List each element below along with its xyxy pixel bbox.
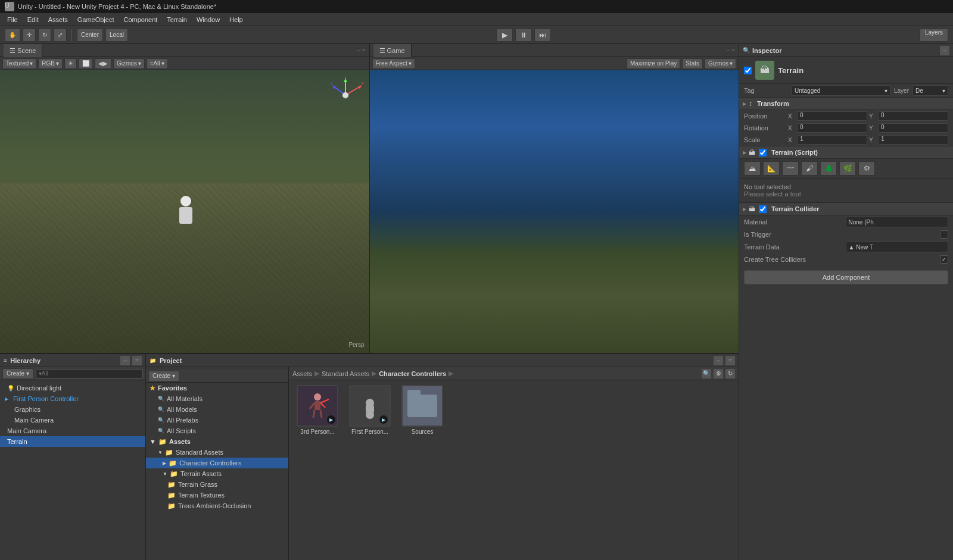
hierarchy-expand[interactable]: = <box>132 356 142 365</box>
project-title: Project <box>160 357 182 364</box>
scene-character <box>177 196 195 226</box>
menu-window[interactable]: Window <box>192 13 225 26</box>
add-component-button[interactable]: Add Component <box>744 270 948 284</box>
terrain-collider-component[interactable]: ▶ 🏔 Terrain Collider <box>739 202 953 215</box>
filter-icon-btn[interactable]: ⚙ <box>714 369 723 378</box>
breadcrumb-assets[interactable]: Assets <box>292 370 312 377</box>
rgb-btn[interactable]: RGB ▾ <box>38 58 63 69</box>
fav-all-prefabs[interactable]: 🔍 All Prefabs <box>146 415 288 426</box>
terrain-raise-btn[interactable]: ⛰ <box>744 161 761 176</box>
step-button[interactable]: ⏭ <box>534 29 551 42</box>
terrain-settings-btn[interactable]: ⚙ <box>858 161 875 176</box>
trees-ambient-item[interactable]: 📁 Trees Ambient-Occlusion <box>146 500 288 511</box>
game-tab[interactable]: ☰ Game <box>373 44 412 57</box>
scale-x[interactable]: 1 <box>797 135 867 145</box>
layers-button[interactable]: Layers <box>920 29 948 42</box>
asset-sources[interactable]: Sources <box>398 385 446 435</box>
transform-component[interactable]: ▶ ↕ Transform <box>739 97 953 110</box>
rot-y[interactable]: 0 <box>878 123 948 133</box>
hier-first-person[interactable]: ▶ First Person Controller <box>0 393 145 404</box>
asset-first-play[interactable]: ▶ <box>379 415 388 424</box>
inspector-btn[interactable]: – <box>940 46 949 55</box>
terrain-details-btn[interactable]: 🌿 <box>839 161 856 176</box>
play-button[interactable]: ▶ <box>496 29 513 42</box>
terrain-collider-toggle[interactable] <box>759 205 767 213</box>
terrain-grass-item[interactable]: 📁 Terrain Grass <box>146 479 288 490</box>
terrain-paint-btn[interactable]: 🖌 <box>801 161 818 176</box>
menu-assets[interactable]: Assets <box>43 13 73 26</box>
scale-tool[interactable]: ⤢ <box>54 29 67 42</box>
pos-x[interactable]: 0 <box>797 111 867 121</box>
hierarchy-search[interactable] <box>36 369 143 378</box>
project-create-btn[interactable]: Create ▾ <box>148 371 179 381</box>
pause-button[interactable]: ⏸ <box>515 29 532 42</box>
terrain-paint-height-btn[interactable]: 📐 <box>763 161 780 176</box>
fx-btn[interactable]: ⬜ <box>79 58 93 69</box>
menu-edit[interactable]: Edit <box>23 13 43 26</box>
breadcrumb-standard[interactable]: Standard Assets <box>322 370 369 377</box>
menu-file[interactable]: File <box>2 13 23 26</box>
scale-y[interactable]: 1 <box>878 135 948 145</box>
refresh-icon-btn[interactable]: ↻ <box>725 369 735 378</box>
create-tree-checkbox[interactable]: ✓ <box>940 255 948 264</box>
hier-graphics[interactable]: Graphics <box>0 404 145 415</box>
sun-btn[interactable]: ☀ <box>64 58 77 69</box>
all-layers-btn[interactable]: ≈All ▾ <box>147 58 168 69</box>
layer-dropdown[interactable]: De ▾ <box>912 85 948 96</box>
is-trigger-checkbox[interactable] <box>940 230 948 239</box>
hier-main-camera[interactable]: Main Camera <box>0 426 145 436</box>
scene-toolbar: Textured ▾ RGB ▾ ☀ ⬜ ◀▶ Gizmos ▾ ≈All ▾ <box>0 57 369 70</box>
center-button[interactable]: Center <box>77 29 103 42</box>
project-expand[interactable]: = <box>725 356 735 365</box>
project-collapse[interactable]: – <box>714 356 723 365</box>
terrain-script-toggle[interactable] <box>759 149 767 157</box>
pos-y[interactable]: 0 <box>878 111 948 121</box>
hier-terrain[interactable]: Terrain <box>0 436 145 447</box>
terrain-textures-item[interactable]: 📁 Terrain Textures <box>146 490 288 500</box>
rotation-label: Rotation <box>744 124 786 132</box>
fav-all-scripts[interactable]: 🔍 All Scripts <box>146 426 288 436</box>
menu-terrain[interactable]: Terrain <box>162 13 192 26</box>
menu-component[interactable]: Component <box>119 13 162 26</box>
local-button[interactable]: Local <box>105 29 128 42</box>
breadcrumb-current[interactable]: Character Controllers <box>379 370 446 377</box>
svg-marker-1 <box>344 79 347 82</box>
rot-x[interactable]: 0 <box>797 123 867 133</box>
aspect-btn[interactable]: Free Aspect ▾ <box>372 58 415 69</box>
hier-directional-light[interactable]: 💡 Directional light <box>0 383 145 393</box>
tag-dropdown[interactable]: Untagged ▾ <box>792 85 890 96</box>
stats-btn[interactable]: Stats <box>682 58 703 69</box>
hand-tool[interactable]: ✋ <box>5 29 20 42</box>
asset-3rd-play[interactable]: ▶ <box>327 415 335 424</box>
character-controllers-item[interactable]: ▶ 📁 Character Controllers <box>146 458 288 468</box>
search-icon-btn[interactable]: 🔍 <box>702 369 711 378</box>
asset-first-person[interactable]: ▶ First Person... <box>346 385 394 435</box>
material-value[interactable]: None (Ph <box>846 217 949 227</box>
fav-all-models[interactable]: 🔍 All Models <box>146 404 288 415</box>
hierarchy-collapse[interactable]: – <box>120 356 130 365</box>
terrain-trees-btn[interactable]: 🌲 <box>820 161 837 176</box>
scene-tab[interactable]: ☰ Scene <box>4 44 42 57</box>
fav-all-materials[interactable]: 🔍 All Materials <box>146 393 288 404</box>
move-tool[interactable]: ✛ <box>23 29 36 42</box>
persp-label: Persp <box>348 342 364 348</box>
terrain-data-value[interactable]: ▲ New T <box>846 242 949 252</box>
menu-help[interactable]: Help <box>225 13 248 26</box>
terrain-smooth-btn[interactable]: 〰 <box>782 161 799 176</box>
audio-btn[interactable]: ◀▶ <box>95 58 111 69</box>
inspector-panel: 🔍 Inspector – 🏔 Terrain Tag Untagged ▾ L… <box>739 44 953 560</box>
inspector-icon: 🔍 <box>743 47 750 54</box>
game-gizmos-btn[interactable]: Gizmos ▾ <box>705 58 736 69</box>
obj-active-toggle[interactable] <box>744 67 752 74</box>
hier-main-camera-child[interactable]: Main Camera <box>0 415 145 426</box>
textured-btn[interactable]: Textured ▾ <box>2 58 36 69</box>
rotate-tool[interactable]: ↻ <box>38 29 51 42</box>
maximize-btn[interactable]: Maximize on Play <box>627 58 680 69</box>
terrain-assets-item[interactable]: ▼ 📁 Terrain Assets <box>146 468 288 479</box>
standard-assets-item[interactable]: ▼ 📁 Standard Assets <box>146 447 288 458</box>
terrain-script-component[interactable]: ▶ 🏔 Terrain (Script) <box>739 146 953 159</box>
hierarchy-create-btn[interactable]: Create ▾ <box>2 368 33 379</box>
asset-3rd-person[interactable]: ▶ 3rd Person... <box>294 385 341 435</box>
menu-gameobject[interactable]: GameObject <box>73 13 119 26</box>
gizmos-btn[interactable]: Gizmos ▾ <box>113 58 145 69</box>
